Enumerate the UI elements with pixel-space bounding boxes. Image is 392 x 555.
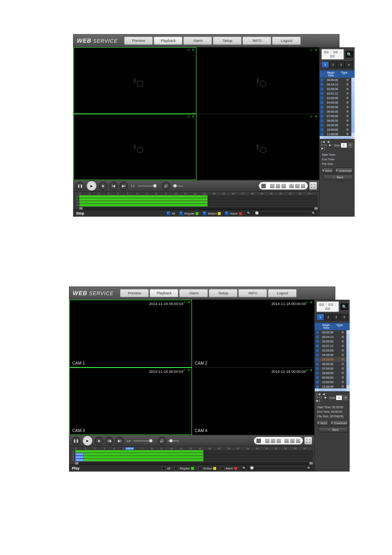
goto-button[interactable]: ➜ [343,395,348,400]
record-row[interactable]: 02:00:00R [315,339,350,344]
channel-tab-2[interactable]: 2 [329,61,337,68]
prev-frame-button[interactable]: I◀ [105,437,113,445]
prev-frame-button[interactable]: I◀ [109,182,118,190]
video-cell-3[interactable]: ⤢ ✕ 2014-11-18 00:00:04 CAM 3 [69,368,192,435]
time-input[interactable]: 00 : 00 : 00 [316,301,339,312]
layout-1x1-button[interactable] [265,439,270,443]
play-button[interactable]: ▶ [86,180,97,191]
tab-setup[interactable]: Setup [213,37,242,45]
layout-5x5-button[interactable] [295,184,300,188]
filter-regular[interactable]: Regular [174,466,194,470]
time-input[interactable]: 00 : 00 : 00 [321,49,344,60]
video-cell-1[interactable]: ⤢ ✕ 2014-11-18 05:00:04 CAM 1 [69,300,192,368]
more-button[interactable]: ▾More [321,168,333,173]
record-row[interactable]: 03:00:00R [320,96,355,100]
record-row[interactable]: 10:00:00R [320,127,355,132]
zoom-in-button[interactable]: 🔍 [311,211,317,215]
filter-all[interactable]: All [162,466,171,470]
layout-2x2-button[interactable] [276,184,280,188]
tab-alarm[interactable]: Alarm [179,289,208,297]
more-button[interactable]: ▾More [316,420,328,426]
pause-button[interactable]: ❚❚ [72,437,80,445]
filter-all[interactable]: All [166,211,175,215]
search-button[interactable]: 🔍 [341,303,348,310]
record-row[interactable]: 00:00:00R [315,330,350,335]
record-row[interactable]: 05:00:00R [320,105,355,109]
record-hscroll[interactable]: ‹› [320,136,355,139]
volume-button[interactable]: 🔊 [162,182,170,190]
layout-5x5-button[interactable] [290,439,295,443]
download-button[interactable]: ▾Download [335,168,353,173]
record-row[interactable]: 00:44:14R [320,82,355,87]
goto-button[interactable]: ➜ [348,143,353,148]
pause-button[interactable]: ❚❚ [76,182,84,190]
layout-4x4-button[interactable] [284,439,289,443]
calendar-icon[interactable] [256,439,261,443]
calendar-icon[interactable] [261,184,266,188]
record-row[interactable]: 02:01:12R [320,91,355,96]
video-cell-4[interactable]: ⤢ ✕ [196,114,319,180]
tab-preview[interactable]: Preview [120,289,149,297]
record-row[interactable]: 06:00:00R [320,109,355,114]
search-button[interactable]: 🔍 [346,51,353,58]
timeline-row-3[interactable]: 0:00:04 [75,456,313,458]
record-row[interactable]: 09:00:00R [320,123,355,127]
layout-2x2-button[interactable] [271,439,275,443]
speed-slider[interactable] [138,185,157,187]
tab-info[interactable]: INFO [238,289,267,297]
pager-nav[interactable]: |◀ ◀ 1/1 ▶ ▶| [321,140,334,150]
cell-controls-icon[interactable]: ⤢ ✕ [183,368,191,372]
record-hscroll[interactable]: ‹› [315,388,350,391]
channel-tab-1[interactable]: 1 [316,314,324,321]
cell-controls-icon[interactable]: ⤢ ✕ [305,301,313,304]
record-row[interactable]: 00:00:00R [320,78,355,82]
tab-preview[interactable]: Preview [124,37,153,45]
zoom-out-button[interactable]: 🔍 [241,466,247,470]
back-button[interactable]: ←Back [323,175,353,180]
record-row[interactable]: 00:44:14R [315,335,350,339]
tab-alarm[interactable]: Alarm [183,37,212,45]
layout-3x3-button[interactable] [281,184,286,188]
volume-slider[interactable] [172,185,183,187]
timeline-scrollbar[interactable] [79,207,318,210]
zoom-in-button[interactable]: 🔍 [306,466,312,470]
channel-tab-3[interactable]: 3 [332,314,340,321]
timeline-row-1[interactable] [75,450,313,453]
layout-3x3-button[interactable] [277,439,281,443]
download-button[interactable]: ▾Download [330,420,348,426]
timeline-row-2[interactable]: 0:00:04 [75,453,313,456]
record-row[interactable]: 08:00:00R [320,118,355,123]
stop-button[interactable]: ■ [95,437,103,445]
record-row[interactable]: 02:00:00R [320,87,355,91]
stop-button[interactable]: ■ [99,182,107,190]
cell-controls-icon[interactable]: ⤢ ✕ [183,301,191,304]
next-frame-button[interactable]: ▶I [115,437,124,445]
goto-input[interactable]: 1 [341,143,347,148]
cell-controls-icon[interactable]: ⤢ ✕ [187,115,195,118]
channel-tab-1[interactable]: 1 [321,61,329,68]
next-frame-button[interactable]: ▶I [120,182,128,190]
layout-4x4-button[interactable] [289,184,294,188]
record-row[interactable]: 09:00:00R [315,375,350,380]
timeline-row-3[interactable] [79,201,318,204]
timeline-row-1[interactable] [79,195,318,198]
record-row[interactable]: 04:00:00R [315,353,350,357]
record-row[interactable]: 11:00:00R [320,132,355,136]
fullscreen-button[interactable]: ⛶ [304,437,312,444]
timeline-scrollbar[interactable] [75,462,313,465]
layout-1x1-button[interactable] [270,184,274,188]
channel-tab-3[interactable]: 3 [337,61,345,68]
video-cell-4[interactable]: ⤢ ✕ 2014-11-18 00:00:04 CAM 4 [192,368,314,435]
cell-controls-icon[interactable]: ⤢ ✕ [310,48,318,52]
tab-playback[interactable]: Playback [150,289,178,297]
cell-controls-icon[interactable]: ⤢ ✕ [305,368,313,372]
layout-6x6-button[interactable] [296,439,300,443]
cell-controls-icon[interactable]: ⤢ ✕ [187,48,195,52]
record-row[interactable]: 07:00:00R [320,114,355,118]
record-row[interactable]: 10:00:00R [315,380,350,384]
tab-info[interactable]: INFO [242,37,271,45]
timeline-row-4[interactable] [79,204,318,206]
video-cell-3[interactable]: ⤢ ✕ [74,114,196,180]
record-row[interactable]: 02:01:12R [315,344,350,348]
record-scrollbar[interactable]: ˆˇ [346,330,350,388]
